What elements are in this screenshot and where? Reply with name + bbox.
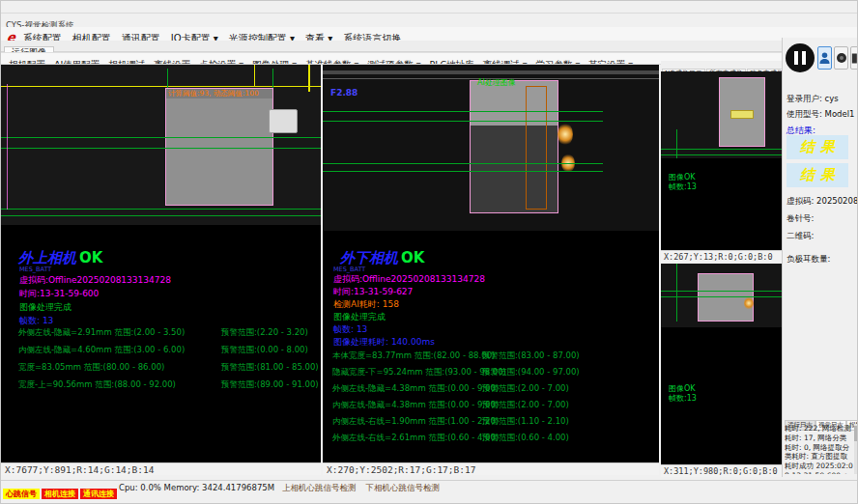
camera-image-upper[interactable]: 计算阈值:93, 动态阈值:100: [1, 65, 321, 225]
pause-icon: [794, 51, 798, 65]
result-status: OK: [401, 249, 424, 266]
cpu-memory-status: Cpu: 0.0% Memory: 3424.41796875M: [119, 482, 274, 493]
virtual-code-value: 20250208: [816, 196, 858, 206]
qr-code-label: 二维码:: [786, 231, 814, 242]
mes-flag: MES_BATT: [333, 266, 365, 273]
camera-image-lower[interactable]: AI处理图像 F2.88: [323, 65, 659, 231]
camera-view-lower[interactable]: AI处理图像 F2.88 外下相机OK MES_BATT 虚拟码:Offline…: [323, 65, 659, 462]
measurement-value: 宽度-上=90.56mm 范围:(88.00 - 92.00): [18, 379, 176, 391]
camera-name: 外下相机: [340, 249, 398, 266]
heartbeat-badge: 心跳信号: [3, 489, 40, 499]
inspection-roi-box-secondary: [526, 86, 547, 210]
camera-result-title: 外上相机OK: [18, 248, 102, 267]
result-box-2: 结果: [786, 163, 848, 187]
target-button[interactable]: [834, 46, 848, 70]
measurement-row: 隐藏宽度-下=95.24mm 范围:(93.00 - 98.00)预警范围:(9…: [323, 367, 659, 380]
measurement-warn: 预警范围:(89.00 - 91.00): [221, 379, 319, 391]
measurement-warn: 预警范围:(81.00 - 85.00): [221, 362, 319, 374]
measurement-value: 内侧左线-隐藏=4.38mm 范围:(0.00 - 9.00): [332, 400, 499, 411]
lower-camera-heartbeat[interactable]: 下相机心跳信号检测: [366, 482, 441, 493]
overlay-line: [661, 291, 782, 292]
focus-value-label: F2.88: [330, 88, 358, 98]
capture-time: 时间:13-31-59-627: [333, 286, 413, 298]
overlay-line: [676, 129, 677, 158]
bright-spot: [558, 123, 573, 146]
pin-number-label: 卷针号:: [786, 213, 814, 225]
exit-door-icon: [851, 52, 858, 65]
measurement-warn: 预警范围:(2.00 - 7.00): [482, 383, 569, 395]
virtual-code-row: 虚拟码: 20250208: [786, 196, 858, 208]
model-label: 使用型号:: [786, 109, 822, 119]
tab-strip: 运行图像: [1, 41, 782, 52]
log-output: 耗时: 222, 网络检测耗时: 17, 网络分类耗时: 0, 网络提取分类耗时…: [785, 424, 853, 474]
measurement-warn: 预警范围:(94.00 - 97.00): [482, 367, 580, 378]
login-user-value: cys: [825, 94, 839, 103]
small-view-tabstrip: NG成像显示所有内成像胶条内成像: [661, 61, 782, 71]
overlay-line: [1, 209, 321, 210]
small-camera-view-2[interactable]: 图像OK 帧数:13 X:311;Y:980;R:0;G:0;B:0: [661, 264, 782, 464]
mini-result-label: [730, 110, 754, 119]
measurement-row: 内侧左线-隐藏=4.60mm 范围:(3.00 - 6.00)预警范围:(0.0…: [1, 345, 321, 358]
overlay-line: [661, 154, 782, 155]
connector-part: [269, 109, 298, 133]
process-done: 图像处理完成: [19, 301, 72, 314]
small-camera-image-2[interactable]: [661, 264, 782, 327]
log-scrollbar-thumb[interactable]: [854, 426, 858, 441]
virtual-barcode: 虚拟码:Offline20250208133134728: [19, 274, 171, 287]
camera-view-upper[interactable]: 计算阈值:93, 动态阈值:100 外上相机OK MES_BATT 虚拟码:Of…: [1, 65, 321, 462]
login-user-label: 登录用户:: [786, 94, 822, 103]
anode-tab-count-label: 负极耳数量:: [786, 254, 830, 266]
cursor-coordinates: X:311;Y:980;R:0;G:0;B:0: [661, 464, 782, 477]
overlay-line: [1, 148, 321, 149]
pause-icon: [802, 51, 806, 65]
title-bar: CYS-视觉检测系统: [1, 13, 858, 27]
measurement-warn: 预警范围:(83.00 - 87.00): [482, 350, 580, 362]
measurement-row: 外侧左线-隐藏=2.91mm 范围:(2.00 - 3.50)预警范围:(2.2…: [1, 327, 321, 341]
ai-image-label: AI处理图像: [477, 77, 516, 88]
measurement-value: 内侧左线-右线=1.90mm 范围:(1.00 - 2.20): [332, 416, 499, 428]
overlay-line: [1, 137, 321, 138]
menu-bar: e系统配置相机配置通讯配置IO卡配置 ▾光源控制配置 ▾查看 ▾系统语言切换: [1, 27, 858, 41]
upper-camera-heartbeat[interactable]: 上相机心跳信号检测: [282, 482, 357, 493]
process-time: 图像处理耗时: 140.00ms: [333, 336, 435, 349]
overlay-line: [167, 69, 168, 88]
small-camera-image-1[interactable]: [661, 71, 782, 158]
measurement-value: 内侧左线-隐藏=4.60mm 范围:(3.00 - 6.00): [18, 345, 185, 356]
camera-connection-badge: 相机连接: [42, 489, 78, 499]
result-status: OK: [79, 249, 102, 266]
overlay-line: [323, 111, 603, 112]
small-camera-view-1[interactable]: 图像OK 帧数:13 X:267;Y:13;R:0;G:0;B:0: [661, 71, 782, 250]
overlay-line: [1, 215, 321, 216]
mes-flag: MES_BATT: [19, 266, 51, 273]
frame-count: 帧数: 13: [333, 323, 367, 336]
user-login-button[interactable]: [817, 46, 832, 70]
camera-name: 外上相机: [18, 249, 76, 266]
measurement-row: 外侧左线-隐藏=4.38mm 范围:(0.00 - 9.00)预警范围:(2.0…: [323, 383, 659, 397]
overlay-line: [323, 171, 603, 172]
control-panel: 登录用户: cys 使用型号: Model1 总结果: 结果 结果 虚拟码: 2…: [782, 38, 858, 477]
login-user-row: 登录用户: cys: [786, 94, 839, 105]
result-box-1: 结果: [786, 135, 848, 159]
comm-connection-badge: 通讯连接: [80, 489, 117, 499]
measurement-warn: 预警范围:(0.60 - 4.00): [482, 433, 569, 444]
measurement-row: 内侧左线-隐藏=4.38mm 范围:(0.00 - 9.00)预警范围:(2.0…: [323, 400, 659, 413]
overlay-line: [254, 65, 255, 86]
exit-button[interactable]: [850, 46, 858, 70]
pause-button[interactable]: [786, 43, 815, 72]
measurement-value: 本体宽度=83.77mm 范围:(82.00 - 88.00): [332, 350, 495, 362]
model-row: 使用型号: Model1: [786, 109, 855, 121]
measurement-row: 内侧左线-右线=1.90mm 范围:(1.00 - 2.20)预警范围:(1.1…: [323, 416, 659, 430]
user-icon: [819, 51, 830, 65]
status-bar: 心跳信号相机连接通讯连接Cpu: 0.0% Memory: 3424.41796…: [1, 480, 858, 493]
measurement-warn: 预警范围:(2.00 - 7.00): [482, 400, 569, 411]
overlay-line: [323, 121, 603, 122]
overlay-line: [661, 149, 782, 150]
overlay-line: [676, 264, 677, 322]
capture-time: 时间:13-31-59-600: [19, 288, 99, 300]
overlay-line: [272, 69, 273, 88]
overlay-line: [323, 163, 603, 164]
frame-count: 帧数: 13: [19, 315, 53, 327]
virtual-barcode: 虚拟码:Offline20250208133134728: [333, 273, 485, 286]
inspection-roi-box: [165, 88, 273, 206]
measurement-value: 外侧左线-隐藏=4.38mm 范围:(0.00 - 9.00): [332, 383, 499, 395]
